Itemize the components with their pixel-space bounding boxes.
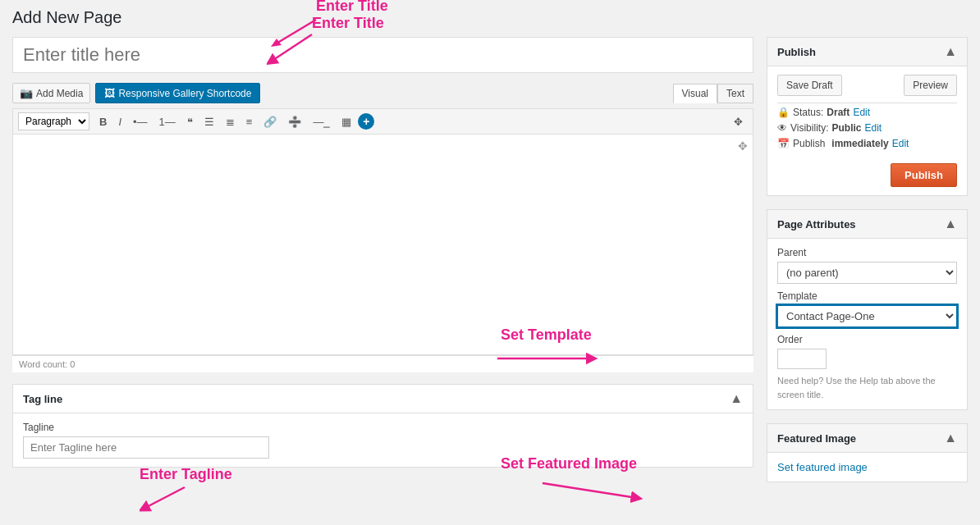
visibility-label: Visibility: bbox=[790, 122, 828, 134]
publish-time-meta: 📅 Publish immediately Edit bbox=[777, 138, 957, 149]
ol-button[interactable]: 1— bbox=[154, 113, 181, 130]
italic-button[interactable]: I bbox=[113, 113, 126, 130]
featured-image-body: Set featured image bbox=[767, 453, 967, 482]
publish-time-edit-link[interactable]: Edit bbox=[892, 138, 909, 149]
tab-text[interactable]: Text bbox=[717, 84, 753, 103]
paragraph-select[interactable]: Paragraph Heading 1Heading 2Heading 3 bbox=[18, 112, 89, 130]
editor-toolbar-row: 📷 Add Media 🖼 Responsive Gallery Shortco… bbox=[12, 83, 753, 103]
align-left-button[interactable]: ☰ bbox=[199, 113, 219, 130]
tab-visual[interactable]: Visual bbox=[673, 84, 717, 103]
save-draft-button[interactable]: Save Draft bbox=[777, 75, 842, 96]
format-toolbar: Paragraph Heading 1Heading 2Heading 3 B … bbox=[12, 108, 753, 134]
set-featured-image-link[interactable]: Set featured image bbox=[777, 461, 868, 473]
publish-box-body: Save Draft Preview 🔒 Status: Draft Edit … bbox=[767, 66, 967, 195]
add-element-button[interactable]: + bbox=[358, 113, 374, 130]
editor-mode-tabs: Visual Text bbox=[673, 84, 753, 103]
publish-box-title: Publish bbox=[777, 46, 816, 58]
media-icon: 📷 bbox=[20, 87, 33, 99]
publish-footer: Publish bbox=[777, 153, 957, 187]
table-button[interactable]: ▦ bbox=[337, 113, 356, 130]
tagline-header[interactable]: Tag line ▲ bbox=[13, 385, 753, 413]
tagline-label: Tagline bbox=[23, 422, 743, 433]
order-label: Order bbox=[777, 334, 957, 345]
sidebar: Publish ▲ Save Draft Preview 🔒 Status: D… bbox=[767, 37, 968, 495]
featured-image-box: Featured Image ▲ Set featured image bbox=[767, 423, 968, 482]
page-attributes-header: Page Attributes ▲ bbox=[767, 210, 967, 239]
word-count-label: Word count: bbox=[19, 359, 67, 369]
template-label: Template bbox=[777, 290, 957, 302]
page-attributes-box: Page Attributes ▲ Parent (no parent) Tem… bbox=[767, 209, 968, 410]
insert-more-button[interactable]: —⎯ bbox=[308, 113, 335, 130]
visibility-value: Public bbox=[831, 122, 861, 134]
featured-image-toggle[interactable]: ▲ bbox=[944, 431, 957, 445]
align-center-button[interactable]: ≣ bbox=[221, 113, 240, 130]
preview-button[interactable]: Preview bbox=[904, 75, 957, 96]
publish-button[interactable]: Publish bbox=[891, 163, 957, 187]
add-media-label: Add Media bbox=[36, 88, 83, 99]
template-select[interactable]: Contact Page-One Default Template Full W… bbox=[777, 305, 957, 327]
help-text: Need help? Use the Help tab above the sc… bbox=[777, 374, 957, 401]
publish-time-label: Publish bbox=[793, 138, 825, 149]
publish-box-header: Publish ▲ bbox=[767, 38, 967, 66]
tagline-section-title: Tag line bbox=[23, 393, 62, 405]
order-input[interactable]: 0 bbox=[777, 349, 827, 369]
gallery-shortcode-button[interactable]: 🖼 Responsive Gallery Shortcode bbox=[95, 83, 260, 103]
content-area: 📷 Add Media 🖼 Responsive Gallery Shortco… bbox=[12, 37, 753, 495]
page-attributes-toggle[interactable]: ▲ bbox=[944, 217, 957, 231]
word-count-value: 0 bbox=[70, 359, 75, 369]
bold-button[interactable]: B bbox=[94, 113, 112, 130]
publish-box: Publish ▲ Save Draft Preview 🔒 Status: D… bbox=[767, 37, 968, 196]
fullscreen-button[interactable]: ✥ bbox=[729, 113, 748, 130]
page-title: Add New Page bbox=[12, 8, 968, 27]
visibility-edit-link[interactable]: Edit bbox=[864, 122, 882, 134]
gallery-shortcode-label: Responsive Gallery Shortcode bbox=[118, 88, 251, 99]
editor-body[interactable]: ✥ bbox=[12, 134, 753, 355]
featured-image-header: Featured Image ▲ bbox=[767, 424, 967, 453]
unlink-button[interactable]: ➗ bbox=[283, 113, 306, 130]
status-value: Draft bbox=[827, 107, 849, 118]
editor-expand-button[interactable]: ✥ bbox=[738, 139, 748, 153]
pub-divider bbox=[777, 103, 957, 103]
visibility-meta: 👁 Visibility: Public Edit bbox=[777, 122, 957, 134]
tagline-section: Tag line ▲ Tagline bbox=[12, 384, 753, 468]
eye-icon: 👁 bbox=[777, 122, 787, 134]
word-count: Word count: 0 bbox=[12, 355, 753, 372]
status-label: Status: bbox=[793, 107, 823, 118]
status-meta: 🔒 Status: Draft Edit bbox=[777, 107, 957, 118]
link-button[interactable]: 🔗 bbox=[259, 113, 282, 130]
tagline-input[interactable] bbox=[23, 436, 269, 459]
page-attributes-title: Page Attributes bbox=[777, 218, 856, 231]
gallery-icon: 🖼 bbox=[104, 87, 115, 99]
calendar-icon: 📅 bbox=[777, 138, 790, 149]
status-edit-link[interactable]: Edit bbox=[853, 107, 870, 118]
save-preview-row: Save Draft Preview bbox=[777, 75, 957, 96]
page-title-input[interactable] bbox=[12, 37, 753, 73]
tagline-body: Tagline bbox=[13, 413, 753, 467]
tagline-toggle-button[interactable]: ▲ bbox=[730, 391, 743, 406]
ul-button[interactable]: •— bbox=[128, 113, 153, 130]
featured-image-title: Featured Image bbox=[777, 432, 856, 445]
parent-select[interactable]: (no parent) bbox=[777, 262, 957, 284]
publish-box-toggle[interactable]: ▲ bbox=[944, 44, 957, 59]
lock-icon: 🔒 bbox=[777, 107, 790, 118]
page-attributes-body: Parent (no parent) Template Contact Page… bbox=[767, 239, 967, 409]
blockquote-button[interactable]: ❝ bbox=[182, 113, 198, 130]
publish-time-value: immediately bbox=[831, 138, 888, 149]
parent-label: Parent bbox=[777, 247, 957, 258]
align-right-button[interactable]: ≡ bbox=[241, 113, 258, 130]
add-media-button[interactable]: 📷 Add Media bbox=[12, 83, 90, 103]
